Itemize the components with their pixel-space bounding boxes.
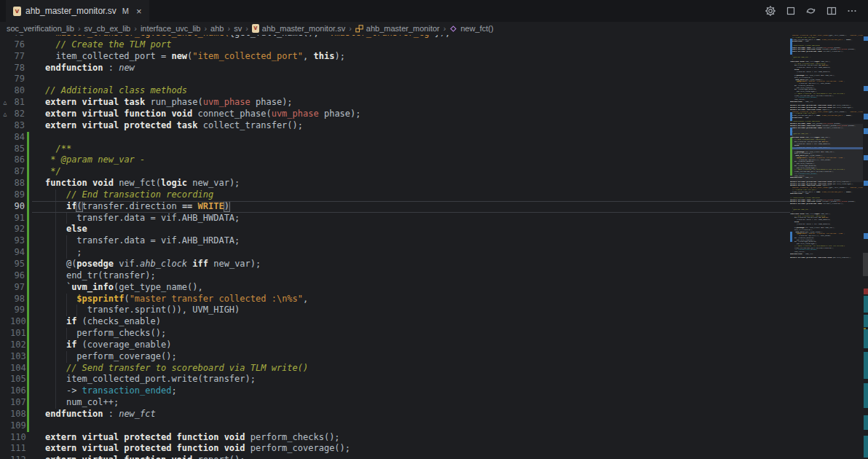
- line-number[interactable]: 100: [10, 316, 25, 328]
- line-number[interactable]: 90: [10, 201, 25, 213]
- line-number[interactable]: 99: [10, 305, 25, 316]
- line-number[interactable]: 111: [10, 443, 25, 455]
- square-layout-icon[interactable]: [784, 5, 797, 17]
- gutter-added-indicator: [27, 189, 29, 201]
- code-line[interactable]: 93 transfer.data = vif.AHB_HRDATA;: [0, 235, 790, 247]
- line-number[interactable]: 82: [10, 109, 25, 120]
- code-line[interactable]: 101 perform_checks();: [0, 328, 790, 340]
- line-number[interactable]: 110: [10, 432, 25, 444]
- code-line[interactable]: 76 // Create the TLM port: [0, 39, 790, 51]
- code-text: `uvm_info(get_type_name(),: [45, 282, 790, 294]
- line-number[interactable]: 112: [10, 455, 25, 459]
- code-line[interactable]: 78endfunction : new: [0, 63, 790, 74]
- code-line[interactable]: 100 if (checks_enable): [0, 316, 790, 328]
- line-number[interactable]: 76: [10, 39, 25, 51]
- code-line[interactable]: 92 else: [0, 224, 790, 235]
- minimap[interactable]: master_transfer_cg.set_inst_name({get_fu…: [790, 35, 863, 259]
- code-line[interactable]: 88function void new_fct(logic new_var);: [0, 178, 790, 189]
- breadcrumb-item-ahb-master-monitor[interactable]: ahb_master_monitor: [355, 24, 440, 33]
- line-number[interactable]: 91: [10, 213, 25, 224]
- code-line[interactable]: 91 transfer.data = vif.AHB_HWDATA;: [0, 213, 790, 224]
- minimap-viewport[interactable]: [790, 124, 863, 182]
- code-line[interactable]: 105 item_collected_port.write(transfer);: [0, 374, 790, 385]
- breadcrumb-item-sv[interactable]: sv: [234, 24, 242, 33]
- code-line[interactable]: 96 end_tr(transfer);: [0, 270, 790, 282]
- close-icon[interactable]: ×: [136, 6, 142, 17]
- code-line[interactable]: 79: [0, 74, 790, 85]
- line-number[interactable]: 95: [10, 259, 25, 270]
- code-line[interactable]: 89 // End transaction recording: [0, 189, 790, 201]
- line-number[interactable]: 103: [10, 351, 25, 363]
- breadcrumb-item-interface-uvc-lib[interactable]: interface_uvc_lib: [141, 24, 201, 33]
- line-number[interactable]: 97: [10, 282, 25, 294]
- line-number[interactable]: 105: [10, 374, 25, 385]
- line-number[interactable]: 106: [10, 385, 25, 397]
- code-line[interactable]: 108endfunction : new_fct: [0, 409, 790, 420]
- line-number[interactable]: 79: [10, 74, 25, 85]
- breadcrumb-item-soc-verification-lib[interactable]: soc_verification_lib: [7, 24, 74, 33]
- code-line[interactable]: 109: [0, 420, 790, 432]
- line-number[interactable]: 101: [10, 328, 25, 340]
- line-number[interactable]: 84: [10, 132, 25, 144]
- line-number[interactable]: 107: [10, 397, 25, 409]
- line-number[interactable]: 78: [10, 63, 25, 74]
- line-number[interactable]: 80: [10, 85, 25, 97]
- breadcrumb-item-ahb-master-monitor-sv[interactable]: vahb_master_monitor.sv: [252, 24, 345, 33]
- compare-changes-icon[interactable]: [805, 5, 817, 17]
- line-number[interactable]: 104: [10, 363, 25, 374]
- split-editor-icon[interactable]: [825, 5, 837, 17]
- more-actions-icon[interactable]: [845, 5, 858, 17]
- line-number[interactable]: 87: [10, 166, 25, 178]
- code-line[interactable]: 104 // Send transfer to scoreboard via T…: [0, 363, 790, 374]
- line-number[interactable]: 83: [10, 120, 25, 132]
- breadcrumb-item-new-fct-[interactable]: new_fct(): [449, 24, 493, 33]
- line-number[interactable]: 85: [10, 144, 25, 155]
- line-number[interactable]: 98: [10, 294, 25, 305]
- breadcrumb-item-sv-cb-ex-lib[interactable]: sv_cb_ex_lib: [84, 24, 131, 33]
- code-line[interactable]: 86 * @param new_var -: [0, 154, 790, 166]
- code-line[interactable]: 77 item_collected_port = new("item_colle…: [0, 51, 790, 63]
- line-number[interactable]: 108: [10, 409, 25, 420]
- code-line[interactable]: 102 if (coverage_enable): [0, 340, 790, 351]
- settings-gear-icon[interactable]: [764, 5, 776, 17]
- line-number[interactable]: 89: [10, 189, 25, 201]
- code-line[interactable]: 84: [0, 132, 790, 144]
- breadcrumb-item-ahb[interactable]: ahb: [210, 24, 224, 33]
- line-number[interactable]: 77: [10, 51, 25, 63]
- line-number[interactable]: 81: [10, 97, 25, 109]
- line-number[interactable]: 92: [10, 224, 25, 235]
- code-text: item_collected_port = new("item_collecte…: [45, 51, 790, 63]
- code-line[interactable]: 111extern virtual protected function voi…: [0, 443, 790, 455]
- line-number[interactable]: 88: [10, 178, 25, 189]
- code-editor[interactable]: 75 master_transfer_cg.set_inst_name({get…: [0, 35, 868, 459]
- code-line[interactable]: 99 transfer.sprint()), UVM_HIGH): [0, 305, 790, 316]
- line-number[interactable]: 109: [10, 420, 25, 432]
- line-number[interactable]: 102: [10, 340, 25, 351]
- code-line[interactable]: 106 -> transaction_ended;: [0, 385, 790, 397]
- line-number[interactable]: 96: [10, 270, 25, 282]
- line-number[interactable]: 86: [10, 154, 25, 166]
- overview-ruler[interactable]: [863, 35, 868, 459]
- line-number[interactable]: 93: [10, 235, 25, 247]
- code-line[interactable]: 90 if(transfer.direction == WRITE): [0, 201, 790, 213]
- code-line[interactable]: 97 `uvm_info(get_type_name(),: [0, 282, 790, 294]
- line-number[interactable]: 94: [10, 247, 25, 259]
- code-line[interactable]: 85 /**: [0, 144, 790, 155]
- code-line[interactable]: △81extern virtual task run_phase(uvm_pha…: [0, 97, 790, 109]
- code-line[interactable]: 80// Additional class methods: [0, 85, 790, 97]
- ruler-info-mark: [864, 415, 868, 430]
- code-line[interactable]: 110extern virtual protected function voi…: [0, 432, 790, 444]
- code-line[interactable]: 94 ;: [0, 247, 790, 259]
- code-line[interactable]: △82extern virtual function void connect_…: [0, 109, 790, 120]
- gutter-added-indicator: [27, 374, 29, 385]
- code-line[interactable]: 98 $psprintf("master transfer collected …: [0, 294, 790, 305]
- ruler-modified-mark: [864, 155, 868, 160]
- code-line[interactable]: 112extern virtual function void report()…: [0, 455, 790, 459]
- code-line[interactable]: 103 perform_coverage();: [0, 351, 790, 363]
- ruler-info-mark: [864, 436, 868, 458]
- code-line[interactable]: 83extern virtual protected task collect_…: [0, 120, 790, 132]
- code-line[interactable]: 107 num_col++;: [0, 397, 790, 409]
- tab-ahb-master-monitor[interactable]: v ahb_master_monitor.sv M ×: [6, 0, 149, 22]
- code-line[interactable]: 87 */: [0, 166, 790, 178]
- code-line[interactable]: 95 @(posedge vif.ahb_clock iff new_var);: [0, 259, 790, 270]
